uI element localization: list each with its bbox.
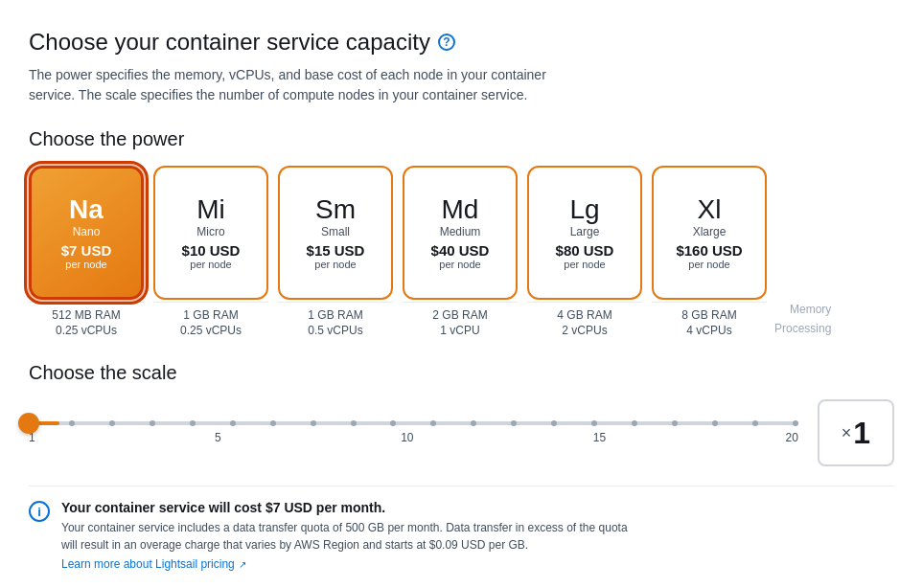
page-title: Choose your container service capacity <box>29 29 430 56</box>
specs-cells: 512 MB RAM 0.25 vCPUs 1 GB RAM 0.25 vCPU… <box>29 300 767 339</box>
spec-cell-2: 1 GB RAM 0.5 vCPUs <box>278 300 393 339</box>
info-link[interactable]: Learn more about Lightsail pricing ↗ <box>61 557 246 571</box>
slider-thumb[interactable] <box>18 413 39 434</box>
slider-dot <box>351 420 357 426</box>
slider-dot <box>150 420 155 426</box>
times-symbol: × <box>842 423 852 443</box>
scale-value-box: × 1 <box>818 399 894 466</box>
slider-dot <box>109 420 115 426</box>
ram-0: 512 MB RAM <box>29 302 144 322</box>
vcpu-3: 1 vCPU <box>403 324 518 337</box>
slider-label-15: 15 <box>593 431 606 444</box>
card-price-1: $10 USD <box>182 242 241 259</box>
card-name-5: Xlarge <box>693 225 727 238</box>
power-section-title: Choose the power <box>29 128 894 150</box>
vcpu-2: 0.5 vCPUs <box>278 324 393 337</box>
card-name-0: Nano <box>73 225 101 238</box>
info-icon: i <box>29 501 50 522</box>
power-card-small[interactable]: Sm Small $15 USD per node <box>278 166 393 300</box>
card-abbr-1: Mi <box>196 195 225 225</box>
processing-label: Processing <box>774 320 835 338</box>
ram-3: 2 GB RAM <box>403 302 518 322</box>
spec-cell-4: 4 GB RAM 2 vCPUs <box>527 300 642 339</box>
info-link-text: Learn more about Lightsail pricing <box>61 557 235 571</box>
card-name-3: Medium <box>440 225 481 238</box>
info-description: Your container service includes a data t… <box>61 519 636 554</box>
spec-cell-5: 8 GB RAM 4 vCPUs <box>652 300 767 339</box>
ram-2: 1 GB RAM <box>278 302 393 322</box>
memory-label: Memory <box>774 301 835 319</box>
scale-section-title: Choose the scale <box>29 362 894 384</box>
power-card-xlarge[interactable]: Xl Xlarge $160 USD per node <box>652 166 767 300</box>
info-box: i Your container service will cost $7 US… <box>29 486 894 584</box>
slider-dot <box>511 420 517 426</box>
slider-track <box>29 421 798 425</box>
card-price-2: $15 USD <box>307 242 365 259</box>
slider-wrapper: 15101520 <box>29 421 798 444</box>
ram-5: 8 GB RAM <box>652 302 767 322</box>
slider-dot <box>712 420 718 426</box>
slider-label-5: 5 <box>215 431 221 444</box>
card-per-3: per node <box>439 259 480 270</box>
specs-wrapper: 512 MB RAM 0.25 vCPUs 1 GB RAM 0.25 vCPU… <box>29 300 894 339</box>
card-abbr-2: Sm <box>315 195 356 225</box>
card-per-2: per node <box>314 259 356 270</box>
spec-cell-1: 1 GB RAM 0.25 vCPUs <box>153 300 268 339</box>
slider-label-20: 20 <box>786 431 798 444</box>
power-card-medium[interactable]: Md Medium $40 USD per node <box>403 166 518 300</box>
power-card-micro[interactable]: Mi Micro $10 USD per node <box>153 166 268 300</box>
slider-dot <box>69 420 75 426</box>
card-abbr-5: Xl <box>698 195 722 225</box>
slider-label-10: 10 <box>401 431 413 444</box>
card-abbr-3: Md <box>442 195 479 225</box>
scale-section: Choose the scale 15101520 × 1 <box>29 362 894 466</box>
vcpu-5: 4 vCPUs <box>652 324 767 337</box>
card-name-2: Small <box>321 225 350 238</box>
slider-dot <box>230 420 236 426</box>
vcpu-0: 0.25 vCPUs <box>29 324 144 337</box>
slider-dot <box>591 420 597 426</box>
slider-dot <box>632 420 637 426</box>
power-card-nano[interactable]: Na Nano $7 USD per node <box>29 166 144 300</box>
info-bold: Your container service will cost $7 USD … <box>61 500 385 515</box>
slider-dot <box>430 420 436 426</box>
help-icon[interactable]: ? <box>438 34 455 51</box>
power-section: Choose the power Na Nano $7 USD per node… <box>29 128 894 339</box>
card-name-1: Micro <box>196 225 224 238</box>
slider-dot <box>471 420 476 426</box>
vcpu-1: 0.25 vCPUs <box>153 324 268 337</box>
card-abbr-4: Lg <box>569 195 599 225</box>
slider-container: 15101520 × 1 <box>29 399 894 466</box>
card-per-4: per node <box>564 259 605 270</box>
power-card-large[interactable]: Lg Large $80 USD per node <box>527 166 642 300</box>
slider-dot <box>551 420 557 426</box>
spec-cell-3: 2 GB RAM 1 vCPU <box>403 300 518 339</box>
slider-dot <box>190 420 196 426</box>
slider-track-wrapper[interactable] <box>29 421 798 425</box>
ram-4: 4 GB RAM <box>527 302 642 322</box>
slider-dot <box>390 420 396 426</box>
slider-labels: 15101520 <box>29 431 798 444</box>
slider-dot <box>752 420 758 426</box>
slider-dot <box>672 420 678 426</box>
vcpu-4: 2 vCPUs <box>527 324 642 337</box>
specs-labels: Memory Processing <box>767 300 835 339</box>
card-per-0: per node <box>65 259 106 270</box>
page-subtitle: The power specifies the memory, vCPUs, a… <box>29 65 546 105</box>
card-price-3: $40 USD <box>431 242 490 259</box>
info-text: Your container service will cost $7 USD … <box>61 500 636 571</box>
card-per-5: per node <box>688 259 729 270</box>
card-price-5: $160 USD <box>676 242 742 259</box>
page-title-container: Choose your container service capacity ? <box>29 29 894 56</box>
card-per-1: per node <box>190 259 231 270</box>
spec-cell-0: 512 MB RAM 0.25 vCPUs <box>29 300 144 339</box>
power-cards-container: Na Nano $7 USD per node Mi Micro $10 USD… <box>29 166 894 300</box>
card-name-4: Large <box>570 225 600 238</box>
card-price-0: $7 USD <box>61 242 112 259</box>
card-abbr-0: Na <box>69 195 104 225</box>
card-price-4: $80 USD <box>556 242 614 259</box>
scale-value: 1 <box>853 416 870 451</box>
slider-dot <box>270 420 276 426</box>
external-link-icon: ↗ <box>239 559 246 570</box>
ram-1: 1 GB RAM <box>153 302 268 322</box>
